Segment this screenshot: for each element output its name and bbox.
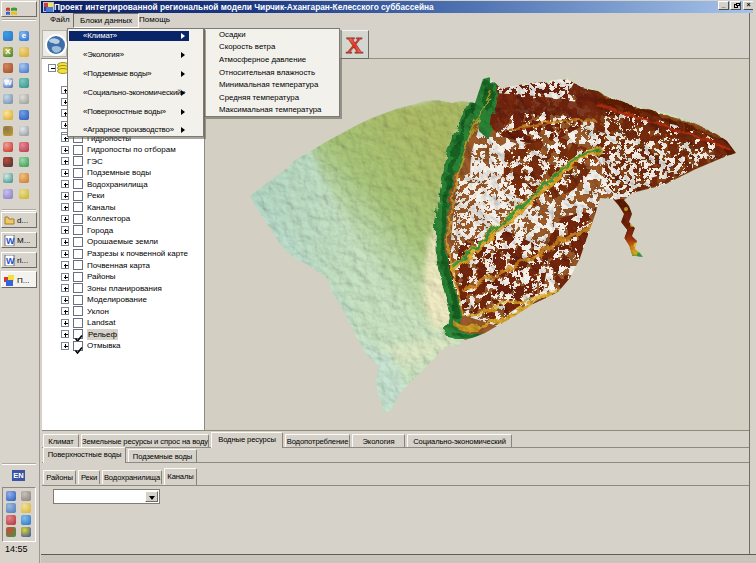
svg-text:W: W: [6, 236, 15, 246]
svg-text:W: W: [6, 256, 15, 266]
svg-text:X: X: [346, 32, 364, 58]
